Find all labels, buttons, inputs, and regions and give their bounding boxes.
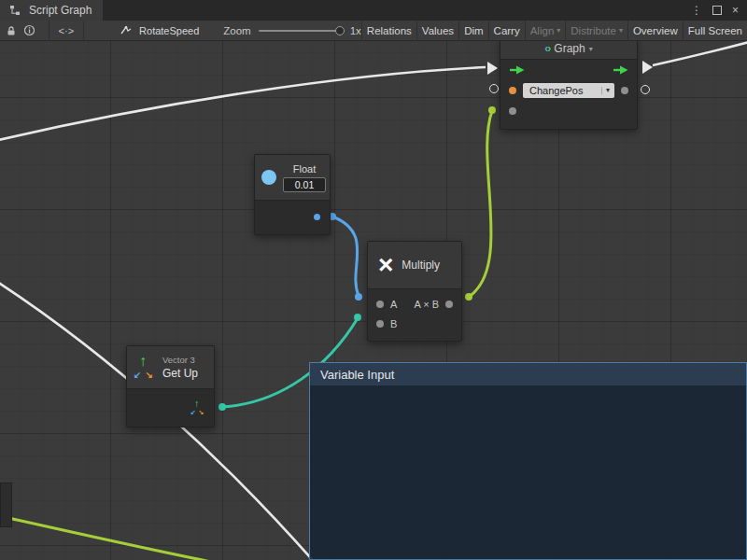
wire-bottom-left-lime[interactable] — [8, 518, 220, 560]
wire-multiply-to-graph[interactable] — [469, 111, 492, 297]
group-variable-input: Variable Input — [309, 362, 747, 560]
overview-button[interactable]: Overview — [627, 21, 683, 41]
variable-dropdown-value: ChangePos — [529, 85, 597, 96]
multiply-input-b-port[interactable] — [376, 320, 384, 328]
node-vector3-get-up[interactable]: ↑ ↙ ↘ Vector 3 Get Up ↑ ↙ ↘ — [126, 345, 215, 427]
multiply-input-a-label: A — [390, 299, 397, 310]
info-icon[interactable] — [23, 21, 35, 41]
distribute-button[interactable]: Distribute ▾ — [565, 21, 627, 41]
node-graph-unit[interactable]: ‹› Graph ▾ — [500, 37, 638, 130]
graph-toolbar: <·> RotateSpeed Zoom 1x Relations Values — [0, 21, 747, 41]
toolbar-buttons: Relations Values Dim Carry Align ▾ Distr… — [361, 21, 747, 41]
node-graph-title: Graph — [554, 42, 585, 55]
node-graph-header[interactable]: ‹› Graph ▾ — [500, 38, 637, 60]
graph-name: RotateSpeed — [139, 25, 199, 36]
tab-bar: Script Graph ⋮ × — [0, 0, 747, 21]
external-flow-triangle-left — [487, 62, 498, 75]
dim-button[interactable]: Dim — [458, 21, 487, 41]
port-endpoint-teal-out[interactable] — [218, 403, 226, 411]
script-graph-icon — [7, 0, 23, 21]
multiply-output-label: A × B — [414, 299, 439, 310]
values-button[interactable]: Values — [416, 21, 458, 41]
group-title: Variable Input — [320, 368, 394, 382]
wire-float-to-multiply[interactable] — [332, 217, 359, 296]
chevron-down-icon[interactable]: ▾ — [589, 45, 593, 53]
zoom-slider[interactable] — [259, 30, 343, 32]
bolt-icon: ‹› — [544, 42, 550, 55]
node-float-title: Float — [293, 163, 316, 175]
multiply-input-a-port[interactable] — [376, 301, 384, 308]
vector3-output-type-icon[interactable]: ↑ ↙ ↘ — [191, 400, 205, 415]
chevron-down-icon: ▾ — [557, 26, 560, 35]
wire-outgoing-flow[interactable] — [653, 41, 747, 65]
node-multiply[interactable]: × Multiply A A × B B — [367, 241, 462, 342]
vector-type-label: Vector 3 — [162, 355, 198, 365]
zoom-label: Zoom — [223, 25, 250, 36]
port-endpoint-lime-in[interactable] — [488, 106, 496, 114]
variable-port[interactable] — [509, 87, 516, 94]
variable-dropdown[interactable]: ChangePos ▾ — [523, 83, 614, 98]
result-port[interactable] — [509, 107, 516, 115]
lock-icon[interactable] — [6, 21, 18, 41]
float-output-port[interactable] — [314, 214, 320, 220]
tab-script-graph[interactable]: Script Graph — [0, 0, 103, 21]
graph-canvas[interactable]: Variable Input ‹› Graph ▾ — [0, 0, 747, 560]
chevron-down-icon: ▾ — [601, 87, 610, 94]
carry-button[interactable]: Carry — [488, 21, 525, 41]
value-port[interactable] — [621, 87, 628, 94]
node-multiply-title: Multiply — [402, 259, 440, 272]
zoom-slider-handle[interactable] — [335, 26, 345, 35]
wire-incoming-flow[interactable] — [0, 67, 486, 141]
external-port-ring-right[interactable] — [641, 85, 650, 94]
full-screen-button[interactable]: Full Screen — [683, 21, 747, 41]
window-controls: ⋮ × — [691, 0, 747, 21]
multiply-output-port[interactable] — [445, 301, 453, 308]
maximize-icon[interactable] — [712, 6, 722, 15]
float-value-field[interactable]: 0.01 — [283, 177, 326, 192]
float-type-icon — [261, 170, 276, 185]
flow-input-arrow[interactable] — [509, 65, 525, 75]
tab-title: Script Graph — [29, 4, 92, 17]
graph-asset-icon — [118, 21, 134, 41]
zoom-control: Zoom 1x — [223, 25, 361, 36]
node-float-header[interactable]: Float 0.01 — [255, 155, 330, 201]
node-offscreen-partial[interactable] — [0, 483, 12, 527]
multiply-input-b-label: B — [390, 318, 397, 329]
multiply-icon: × — [378, 252, 393, 278]
align-button[interactable]: Align ▾ — [525, 21, 566, 41]
node-vector-title: Get Up — [162, 367, 198, 380]
zoom-value: 1x — [350, 25, 361, 36]
kebab-menu-icon[interactable]: ⋮ — [691, 5, 702, 16]
port-endpoint-lime-out[interactable] — [465, 293, 472, 301]
node-float[interactable]: Float 0.01 — [254, 154, 331, 235]
group-header[interactable]: Variable Input — [310, 363, 746, 385]
relations-button[interactable]: Relations — [361, 21, 416, 41]
chevron-down-icon: ▾ — [619, 26, 623, 35]
frame-selection-button[interactable]: <·> — [49, 21, 85, 41]
external-port-ring-left[interactable] — [489, 84, 499, 93]
node-vector-header[interactable]: ↑ ↙ ↘ Vector 3 Get Up — [127, 346, 214, 389]
unity-graph-window: Variable Input ‹› Graph ▾ — [0, 0, 747, 560]
close-icon[interactable]: × — [732, 5, 739, 16]
port-endpoint-blue-in[interactable] — [355, 293, 362, 301]
graph-breadcrumb[interactable]: RotateSpeed — [118, 21, 199, 41]
port-endpoint-teal-in[interactable] — [354, 314, 361, 321]
external-flow-triangle-right — [642, 61, 653, 74]
node-multiply-header[interactable]: × Multiply — [368, 242, 461, 289]
vector3-icon: ↑ ↙ ↘ — [134, 357, 155, 379]
flow-output-arrow[interactable] — [613, 65, 628, 75]
